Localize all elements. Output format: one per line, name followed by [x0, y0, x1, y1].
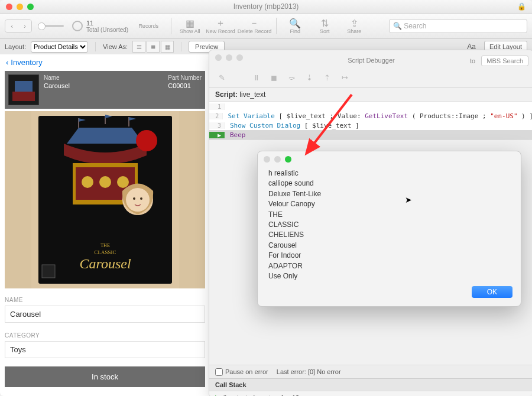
layout-select[interactable]: Product Details — [31, 41, 88, 53]
name-field[interactable]: Carousel — [5, 306, 205, 323]
main-toolbar: ‹ › 11 Total (Unsorted) Records ▦Show Al… — [0, 14, 532, 39]
to-label: to — [470, 57, 475, 64]
lock-icon: 🔒 — [517, 2, 526, 11]
product-image: THE CLASSIC Carousel — [31, 111, 179, 288]
script-name-bar: Script: live_text — [209, 88, 532, 102]
total-label: Total (Unsorted) — [86, 27, 128, 33]
name-value: Carousel — [44, 82, 70, 89]
svg-rect-2 — [15, 81, 33, 92]
minimize-icon[interactable] — [274, 156, 281, 163]
divider — [181, 42, 181, 51]
share-icon: ⇪ — [349, 18, 359, 28]
name-field-label: NAME — [5, 297, 205, 303]
sort-button[interactable]: ⇅Sort — [311, 15, 338, 37]
run-icon[interactable]: ↦ — [338, 72, 351, 83]
detail-pane: ‹ Inventory Name Carousel Part Number C0… — [0, 54, 210, 396]
edit-icon[interactable]: ✎ — [215, 72, 228, 83]
pause-bar: Pause on error Last error: [0] No error — [209, 365, 532, 378]
step-into-icon[interactable]: ⇣ — [303, 72, 316, 83]
svg-point-12 — [136, 130, 157, 151]
custom-dialog: h realistic calliope sound Deluxe Tent-L… — [257, 151, 521, 307]
part-value: C00001 — [168, 82, 202, 89]
stock-button[interactable]: In stock — [5, 366, 205, 387]
script-code[interactable]: 1 2Set Variable [ $live_text ; Value: Ge… — [209, 102, 532, 140]
pie-icon — [72, 21, 83, 31]
category-field[interactable]: Toys — [5, 341, 205, 358]
pause-on-error-checkbox[interactable]: Pause on error — [215, 368, 268, 376]
call-stack-header: Call Stack — [209, 378, 532, 391]
svg-text:CLASSIC: CLASSIC — [94, 249, 116, 255]
mbs-search-button[interactable]: MBS Search — [481, 56, 528, 66]
view-list-icon[interactable]: ≣ — [147, 41, 160, 53]
svg-rect-1 — [12, 92, 35, 101]
svg-rect-25 — [42, 265, 55, 278]
zoom-icon[interactable] — [285, 156, 291, 163]
back-link[interactable]: ‹ Inventory — [0, 54, 210, 70]
record-thumbnail — [8, 74, 39, 105]
find-button[interactable]: 🔍Find — [281, 15, 309, 37]
new-record-button[interactable]: ＋New Record — [206, 15, 235, 37]
record-total: 11 Total (Unsorted) — [72, 20, 128, 33]
svg-point-15 — [82, 176, 93, 188]
dialog-traffic-lights[interactable] — [264, 156, 521, 163]
plus-icon: ＋ — [215, 18, 226, 28]
divider — [276, 18, 277, 34]
svg-point-19 — [126, 188, 150, 212]
step-out-icon[interactable]: ⇡ — [320, 72, 333, 83]
view-form-icon[interactable]: ☰ — [132, 41, 145, 53]
sort-icon: ⇅ — [319, 18, 330, 28]
close-icon[interactable] — [264, 156, 270, 163]
svg-text:THE: THE — [100, 243, 110, 248]
show-all-button[interactable]: ▦Show All — [176, 15, 203, 37]
play-icon: ▶ — [215, 394, 220, 396]
ok-button[interactable]: OK — [472, 286, 512, 298]
dialog-text: h realistic calliope sound Deluxe Tent-L… — [258, 166, 521, 286]
nav-buttons[interactable]: ‹ › — [5, 20, 32, 33]
svg-point-16 — [99, 176, 111, 188]
step-over-icon[interactable]: ⤼ — [285, 72, 298, 83]
nav-back-icon[interactable]: ‹ — [5, 20, 18, 32]
call-stack-row[interactable]: ▶live_text - Inventory.fmp12 — [209, 391, 532, 396]
record-header: Name Carousel Part Number C00001 — [5, 71, 205, 109]
delete-record-button[interactable]: －Delete Record — [238, 15, 272, 37]
part-label: Part Number — [168, 74, 202, 81]
view-table-icon[interactable]: ▦ — [161, 41, 174, 53]
total-count: 11 — [86, 20, 128, 27]
nav-forward-icon[interactable]: › — [18, 20, 31, 32]
layout-label: Layout: — [5, 43, 26, 50]
svg-text:Carousel: Carousel — [79, 256, 131, 271]
viewas-group[interactable]: ☰ ≣ ▦ — [132, 41, 174, 53]
window-title: Inventory (mbp2013) — [0, 2, 532, 11]
cursor-icon: ➤ — [405, 195, 412, 205]
records-label: Records — [131, 15, 166, 37]
search-input[interactable]: 🔍 Search — [389, 19, 527, 33]
stop-icon[interactable]: ◼ — [267, 72, 280, 83]
last-error: Last error: [0] No error — [277, 368, 341, 375]
call-stack: Call Stack ▶live_text - Inventory.fmp12 — [209, 378, 532, 396]
pause-icon[interactable]: ⏸ — [249, 72, 262, 83]
share-button[interactable]: ⇪Share — [340, 15, 368, 37]
viewas-label: View As: — [103, 43, 128, 50]
search-icon: 🔍 — [290, 18, 300, 28]
svg-point-17 — [117, 176, 129, 188]
svg-point-20 — [133, 197, 135, 200]
window-titlebar: Inventory (mbp2013) 🔒 — [0, 0, 532, 14]
minus-icon: － — [249, 18, 259, 28]
product-photo: THE CLASSIC Carousel — [5, 111, 205, 288]
debugger-toolbar: ✎ ⏸ ◼ ⤼ ⇣ ⇡ ↦ — [209, 67, 532, 88]
category-field-label: CATEGORY — [5, 332, 205, 339]
divider — [95, 42, 96, 51]
svg-marker-5 — [67, 128, 144, 144]
svg-point-21 — [140, 197, 142, 200]
record-slider[interactable] — [38, 25, 64, 27]
name-label: Name — [44, 74, 70, 81]
grid-icon: ▦ — [184, 18, 195, 28]
divider — [171, 18, 171, 34]
